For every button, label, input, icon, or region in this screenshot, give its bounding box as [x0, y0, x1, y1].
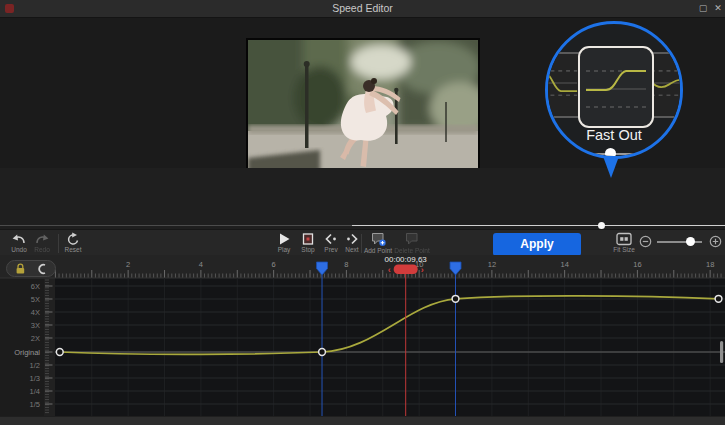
curve-control-point[interactable]	[715, 295, 722, 302]
magnifier-callout: Fast Out	[545, 21, 683, 159]
delete-point-button[interactable]: Delete Point	[394, 231, 430, 257]
close-button[interactable]: ✕	[711, 2, 725, 15]
ruler-number: 6	[272, 260, 276, 269]
speed-label-2x: 2X	[31, 334, 40, 343]
snap-magnet-icon[interactable]	[35, 263, 48, 275]
curve-control-point[interactable]	[56, 349, 63, 356]
speed-label-5x: 5X	[31, 295, 40, 304]
magnified-scrollbar-handle	[605, 148, 616, 159]
ruler-number: 8	[344, 260, 348, 269]
magnified-preset-label: Fast Out	[548, 127, 680, 143]
reset-button[interactable]: Reset	[55, 231, 91, 257]
playhead-timestamp: 00:00:09.63	[385, 255, 428, 264]
apply-button[interactable]: Apply	[493, 233, 581, 256]
add-point-icon	[370, 232, 387, 247]
maximize-button[interactable]: ▢	[696, 2, 710, 15]
video-preview	[246, 38, 480, 182]
curve-control-point[interactable]	[319, 349, 326, 356]
lock-icon[interactable]	[14, 263, 27, 275]
magnified-preset-thumbnail	[578, 46, 654, 128]
window-title: Speed Editor	[0, 2, 725, 14]
speed-label-6x: 6X	[31, 282, 40, 291]
speed-label-1-2: 1/2	[30, 361, 40, 370]
speed-label-1-3: 1/3	[30, 374, 40, 383]
ruler-number: 2	[126, 260, 130, 269]
speed-editor-window: Speed Editor ▢ ✕	[0, 0, 725, 425]
ruler-number: 16	[633, 260, 641, 269]
curve-control-point[interactable]	[452, 295, 459, 302]
speed-label-original: Original	[14, 348, 40, 357]
timeline-zoom-handle[interactable]	[686, 237, 695, 246]
vertical-scrollbar-handle[interactable]	[720, 341, 723, 363]
speed-label-1-4: 1/4	[30, 387, 40, 396]
fit-size-icon	[616, 232, 632, 246]
reset-icon	[65, 232, 81, 246]
add-point-button[interactable]: Add Point	[360, 231, 396, 257]
redo-icon	[34, 232, 50, 246]
ruler-number: 4	[199, 260, 203, 269]
preset-scrollbar-handle[interactable]	[598, 222, 605, 229]
ruler-number: 12	[488, 260, 496, 269]
zoom-in-icon[interactable]	[709, 235, 722, 248]
ruler-number: 14	[560, 260, 568, 269]
delete-point-icon	[404, 232, 421, 247]
fit-size-button[interactable]: Fit Size	[606, 231, 642, 257]
title-bar: Speed Editor ▢ ✕	[0, 0, 725, 18]
playhead-step-left[interactable]: ‹	[388, 265, 391, 275]
ruler-number: 18	[706, 260, 714, 269]
speed-label-3x: 3X	[31, 321, 40, 330]
speed-label-4x: 4X	[31, 308, 40, 317]
playhead-step-right[interactable]: ›	[421, 265, 424, 275]
preset-scrollbar-fill	[352, 225, 725, 226]
speed-label-1-5: 1/5	[30, 400, 40, 409]
zoom-out-icon[interactable]	[639, 235, 652, 248]
speed-curve-editor[interactable]: 246810121416186X5X4X3X2XOriginal1/21/31/…	[0, 255, 725, 425]
timeline-tools-pill	[6, 260, 56, 277]
video-scene	[248, 40, 478, 180]
next-icon	[344, 232, 360, 246]
timeline-zoom-slider[interactable]	[657, 241, 702, 243]
